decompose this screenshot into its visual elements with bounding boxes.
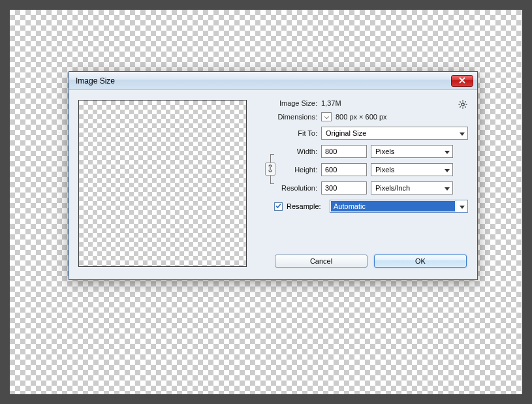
- image-size-label: Image Size:: [258, 99, 317, 107]
- link-icon: [268, 164, 273, 174]
- svg-point-0: [462, 103, 464, 106]
- chevron-down-icon: [460, 129, 465, 137]
- cancel-button[interactable]: Cancel: [275, 255, 368, 268]
- svg-line-8: [460, 106, 460, 107]
- chevron-down-icon: [324, 113, 329, 121]
- dialog-title: Image Size: [76, 76, 115, 85]
- svg-line-7: [465, 101, 465, 102]
- constrain-proportions-group: [264, 154, 277, 184]
- resolution-label: Resolution:: [258, 184, 317, 192]
- resample-label: Resample:: [287, 202, 326, 210]
- fit-to-label: Fit To:: [258, 129, 317, 137]
- height-unit-value: Pixels: [375, 166, 394, 174]
- resolution-unit-select[interactable]: Pixels/Inch: [371, 181, 453, 194]
- svg-line-6: [465, 106, 465, 107]
- fit-to-value: Original Size: [326, 129, 366, 137]
- preview-thumbnail: [78, 100, 247, 267]
- dialog-titlebar[interactable]: Image Size: [69, 72, 477, 90]
- chevron-down-icon: [445, 184, 450, 192]
- ok-button[interactable]: OK: [374, 255, 467, 268]
- resolution-unit-value: Pixels/Inch: [375, 184, 410, 192]
- image-size-dialog: Image Size Image Size: 1,37M Dimensions:: [69, 71, 478, 280]
- chevron-down-icon: [460, 202, 465, 210]
- resample-value: Automatic: [334, 202, 366, 210]
- width-input[interactable]: [321, 145, 367, 158]
- close-icon: [459, 77, 465, 85]
- settings-gear-button[interactable]: [458, 99, 468, 110]
- check-icon: [275, 202, 281, 210]
- close-button[interactable]: [451, 75, 473, 87]
- dimensions-unit-dropdown[interactable]: [321, 112, 332, 121]
- svg-line-5: [460, 101, 460, 102]
- resample-checkbox[interactable]: [274, 202, 283, 211]
- constrain-proportions-button[interactable]: [265, 163, 275, 175]
- width-unit-value: Pixels: [375, 148, 394, 155]
- height-label: Height:: [275, 166, 317, 174]
- fit-to-select[interactable]: Original Size: [321, 127, 468, 140]
- chevron-down-icon: [445, 166, 450, 174]
- image-size-value: 1,37M: [321, 99, 341, 107]
- resample-method-select[interactable]: Automatic: [330, 200, 468, 213]
- gear-icon: [458, 103, 468, 111]
- width-unit-select[interactable]: Pixels: [371, 145, 453, 158]
- height-unit-select[interactable]: Pixels: [371, 163, 453, 176]
- width-label: Width:: [275, 148, 317, 155]
- dimensions-label: Dimensions:: [258, 113, 317, 121]
- chevron-down-icon: [445, 148, 450, 155]
- dimensions-value: 800 px × 600 px: [336, 113, 387, 121]
- resolution-input[interactable]: [321, 181, 367, 194]
- height-input[interactable]: [321, 163, 367, 176]
